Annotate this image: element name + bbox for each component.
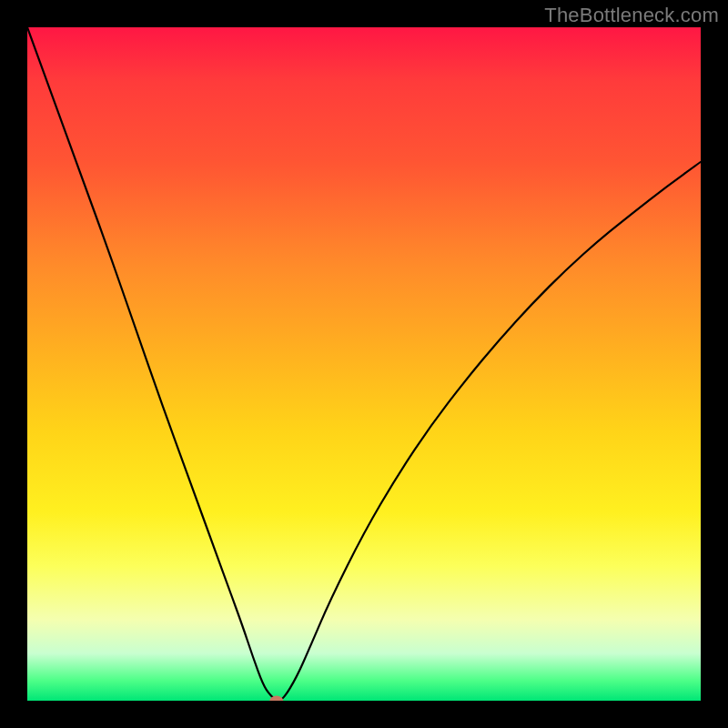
chart-frame: TheBottleneck.com bbox=[0, 0, 728, 728]
watermark-text: TheBottleneck.com bbox=[544, 4, 719, 27]
chart-svg bbox=[27, 27, 701, 701]
plot-area bbox=[27, 27, 701, 701]
bottleneck-curve bbox=[27, 27, 701, 700]
